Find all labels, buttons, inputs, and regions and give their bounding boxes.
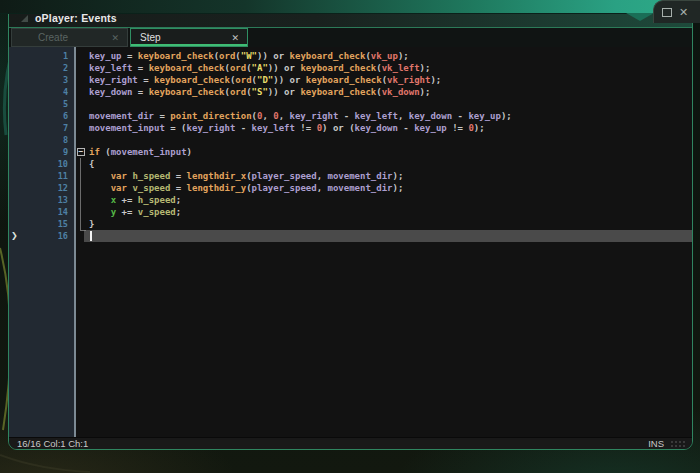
code-token: ))	[257, 51, 268, 61]
code-line-6[interactable]: movement_dir = point_direction(0, 0, key…	[76, 110, 692, 122]
code-line-13[interactable]: x += h_speed;	[76, 194, 692, 206]
code-token: ,	[262, 111, 273, 121]
code-token: = (	[165, 123, 187, 133]
code-token	[89, 183, 111, 193]
code-line-11[interactable]: var h_speed = lengthdir_x(player_speed, …	[76, 170, 692, 182]
close-icon[interactable]: ✕	[679, 7, 688, 18]
line-number[interactable]: 9	[9, 146, 74, 158]
code-line-16[interactable]	[84, 230, 692, 242]
line-number[interactable]: 7	[9, 122, 74, 134]
code-token: movement_input	[89, 123, 165, 133]
code-token: key_right	[89, 75, 138, 85]
code-token: or	[284, 75, 306, 85]
code-token: -	[235, 123, 251, 133]
code-token: key_down	[409, 111, 452, 121]
tab-step-close-icon[interactable]: ✕	[231, 33, 239, 43]
line-number[interactable]: 11	[9, 170, 74, 182]
tab-step[interactable]: Step ✕	[130, 28, 248, 47]
code-line-14[interactable]: y += v_speed;	[76, 206, 692, 218]
code-token: ,	[317, 171, 328, 181]
line-number[interactable]: 12	[9, 182, 74, 194]
code-line-4[interactable]: key_down = keyboard_check(ord("S")) or k…	[76, 86, 692, 98]
line-number[interactable]: 8	[9, 134, 74, 146]
tab-create[interactable]: Create ✕	[11, 28, 128, 47]
code-line-15[interactable]: }	[76, 218, 692, 230]
line-number[interactable]: 5	[9, 98, 74, 110]
gutter[interactable]: 12345678910111213141516 ❯	[9, 47, 74, 437]
code-token: ,	[398, 111, 409, 121]
code-token: key_right	[187, 123, 236, 133]
code-token: ))	[273, 75, 284, 85]
code-token: "S"	[252, 87, 268, 97]
code-token: vk_left	[382, 63, 420, 73]
insert-mode-indicator: INS	[648, 438, 664, 449]
tab-create-close-icon[interactable]: ✕	[111, 33, 119, 43]
code-token: {	[89, 159, 94, 169]
resize-grip[interactable]	[670, 440, 686, 447]
code-token: key_left	[252, 123, 295, 133]
code-token: player_speed	[252, 183, 317, 193]
line-number[interactable]: 4	[9, 86, 74, 98]
line-number[interactable]: 13	[9, 194, 74, 206]
code-token: keyboard_check	[149, 87, 225, 97]
code-token: key_down	[355, 123, 398, 133]
line-number[interactable]: 14	[9, 206, 74, 218]
line-number[interactable]: 6	[9, 110, 74, 122]
workspace: ✕ oPlayer: Events Create ✕ Step ✕ 123456…	[0, 0, 700, 473]
code-line-1[interactable]: key_up = keyboard_check(ord("W")) or key…	[76, 50, 692, 62]
code-token: ) or (	[322, 123, 355, 133]
dock-notch-icon[interactable]	[626, 13, 654, 21]
code-token: ord	[235, 75, 251, 85]
code-token: vk_up	[371, 51, 398, 61]
line-number[interactable]: 3	[9, 74, 74, 86]
code-line-3[interactable]: key_right = keyboard_check(ord("D")) or …	[76, 74, 692, 86]
code-token: v_speed	[138, 207, 176, 217]
code-editor-window: oPlayer: Events Create ✕ Step ✕ 12345678…	[8, 8, 693, 450]
code-token: =	[132, 87, 148, 97]
code-token: =	[138, 75, 154, 85]
tab-create-label: Create	[38, 32, 68, 43]
code-token: keyboard_check	[300, 87, 376, 97]
line-number[interactable]: 10	[9, 158, 74, 170]
code-token: or	[279, 87, 301, 97]
code-editor: 12345678910111213141516 ❯ key_up = keybo…	[9, 47, 692, 437]
code-token: );	[501, 111, 512, 121]
code-token: ,	[317, 183, 328, 193]
line-number[interactable]: 1	[9, 50, 74, 62]
code-token: key_left	[355, 111, 398, 121]
code-token: key_up	[89, 51, 122, 61]
code-line-10[interactable]: {	[76, 158, 692, 170]
maximize-icon[interactable]	[662, 8, 672, 17]
code-line-12[interactable]: var v_speed = lengthdir_y(player_speed, …	[76, 182, 692, 194]
code-token: if	[89, 147, 100, 157]
code-token: ord	[230, 87, 246, 97]
code-token: or	[268, 51, 290, 61]
code-token: movement_input	[111, 147, 187, 157]
code-line-9[interactable]: −if (movement_input)	[76, 146, 692, 158]
code-token: );	[393, 171, 404, 181]
code-token: =	[132, 63, 148, 73]
code-token: vk_down	[382, 87, 420, 97]
code-line-8[interactable]	[76, 134, 692, 146]
caret-position-status: 16/16 Col:1 Ch:1	[17, 438, 88, 449]
code-area[interactable]: key_up = keyboard_check(ord("W")) or key…	[76, 47, 692, 437]
line-number[interactable]: 16	[9, 230, 74, 242]
code-token: )	[187, 147, 192, 157]
code-token: -	[398, 123, 414, 133]
code-token	[89, 207, 111, 217]
code-line-7[interactable]: movement_input = (key_right - key_left !…	[76, 122, 692, 134]
code-token: point_direction	[170, 111, 251, 121]
code-line-2[interactable]: key_left = keyboard_check(ord("A")) or k…	[76, 62, 692, 74]
collapse-triangle-icon[interactable]	[21, 15, 28, 22]
current-line-margin-marker: ❯	[11, 230, 18, 242]
gutter-numbers: 12345678910111213141516	[9, 47, 74, 242]
code-token: keyboard_check	[290, 51, 366, 61]
line-number[interactable]: 2	[9, 62, 74, 74]
code-token: +=	[116, 207, 138, 217]
code-token: (	[100, 147, 111, 157]
code-token: keyboard_check	[300, 63, 376, 73]
line-number[interactable]: 15	[9, 218, 74, 230]
code-line-5[interactable]	[76, 98, 692, 110]
code-token: ord	[219, 51, 235, 61]
fold-collapse-icon[interactable]: −	[77, 148, 85, 156]
